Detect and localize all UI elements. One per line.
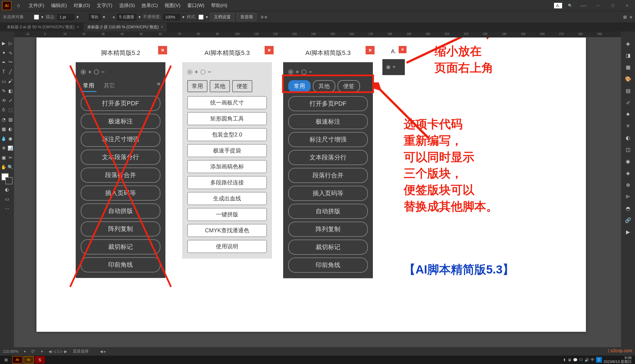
hand-tool[interactable]: ✋ xyxy=(1,164,7,170)
libraries-panel-icon[interactable]: ▦ xyxy=(622,62,634,72)
script-button[interactable]: 打开多页PDF xyxy=(288,96,368,111)
script-button[interactable]: 阵列复制 xyxy=(288,222,368,237)
script-button[interactable]: 添加画稿色标 xyxy=(187,160,267,173)
brush-select[interactable]: 5 点圆形 xyxy=(117,14,136,20)
menu-edit[interactable]: 编辑(E) xyxy=(48,1,70,10)
layout-icon[interactable]: ▭▭ xyxy=(578,1,589,10)
radio-icon[interactable] xyxy=(94,69,99,75)
script-button[interactable]: 阵列复制 xyxy=(81,221,160,237)
brush-tool[interactable]: 🖌 xyxy=(7,79,13,84)
panel53dark-close-button[interactable]: × xyxy=(366,46,375,54)
free-transform-tool[interactable]: ⬚ xyxy=(7,107,13,113)
panel53dark-tab-notes[interactable]: 便签 xyxy=(338,80,360,92)
panel52-close-button[interactable]: × xyxy=(158,46,167,54)
panel-toggle-icon[interactable]: ⊞ xyxy=(623,15,627,20)
transparency-panel-icon[interactable]: ◫ xyxy=(622,145,634,155)
screen-mode-icon[interactable]: ▭ xyxy=(1,194,13,203)
script-button[interactable]: 裁切标记 xyxy=(81,239,160,254)
pinned-mini-panel[interactable]: A. xyxy=(554,3,562,8)
tray-icon[interactable]: 🖥 xyxy=(568,358,571,362)
zoom-tool[interactable]: 🔍 xyxy=(7,164,13,170)
uniform-select[interactable]: 等比 xyxy=(89,14,101,20)
artboard-tool[interactable]: ▣ xyxy=(1,155,7,160)
menu-select[interactable]: 选择(S) xyxy=(116,1,138,10)
taskbar-app[interactable]: S xyxy=(35,356,45,363)
align-icon[interactable]: ⊩≡ xyxy=(261,15,267,20)
script-button[interactable]: 文本段落分行 xyxy=(288,150,368,165)
rectangle-tool[interactable]: ▭ xyxy=(1,79,7,84)
start-button[interactable]: ⊞ xyxy=(1,356,11,363)
doc-tab-1[interactable]: 未标题-2.ai @ 50 % (CMYK/CPU 预览)× xyxy=(3,23,83,31)
script-button[interactable]: 标注尺寸增强 xyxy=(81,132,160,147)
radio-icon[interactable] xyxy=(288,69,293,75)
tray-ime-icon[interactable]: 中 xyxy=(591,357,594,362)
lasso-tool[interactable]: ∿ xyxy=(7,50,13,55)
script-button[interactable]: 段落行合并 xyxy=(288,168,368,183)
script-button[interactable]: 多段路径连接 xyxy=(187,176,267,189)
mesh-tool[interactable]: ▦ xyxy=(1,126,7,132)
script-button[interactable]: 自动拼版 xyxy=(81,203,160,219)
width-tool[interactable]: ⫛ xyxy=(1,107,7,112)
color-picker[interactable] xyxy=(1,173,13,184)
menu-type[interactable]: 文字(T) xyxy=(94,1,115,10)
script-button[interactable]: 裁切标记 xyxy=(288,240,368,255)
symbols-panel-icon[interactable]: ♣ xyxy=(622,109,634,119)
panel52-tab-other[interactable]: 其它 xyxy=(99,80,120,92)
script-button[interactable]: 自动拼版 xyxy=(288,204,368,219)
symbol-sprayer-tool[interactable]: ✲ xyxy=(1,145,7,151)
preferences-button[interactable]: 首选项 xyxy=(237,13,257,21)
actions-panel-icon[interactable]: ▶ xyxy=(622,227,634,237)
script-button[interactable]: 标注尺寸增强 xyxy=(288,132,368,147)
panelmini-close-button[interactable]: × xyxy=(399,46,407,53)
graphic-styles-panel-icon[interactable]: ◈ xyxy=(622,168,634,178)
radio-icon[interactable] xyxy=(187,69,192,75)
script-button[interactable]: 一键拼版 xyxy=(187,208,267,221)
menu-effect[interactable]: 效果(C) xyxy=(139,1,161,10)
brushes-panel-icon[interactable]: ⬃ xyxy=(622,98,634,108)
gradient-tool[interactable]: ◐ xyxy=(7,126,13,132)
menu-help[interactable]: 帮助(H) xyxy=(208,1,230,10)
radio-icon[interactable] xyxy=(200,69,205,75)
script-button[interactable]: 极速标注 xyxy=(81,114,160,129)
fill-swatch[interactable] xyxy=(34,15,39,20)
eraser-tool[interactable]: ◧ xyxy=(7,88,13,94)
script-button[interactable]: 统一画板尺寸 xyxy=(187,96,267,109)
script-button[interactable]: 包装盒型2.0 xyxy=(187,128,267,141)
close-icon[interactable]: × xyxy=(161,25,163,29)
script-button[interactable]: 打开多页PDF xyxy=(81,96,160,111)
tray-icon[interactable]: 🛡 xyxy=(579,358,583,362)
minimize-button[interactable]: — xyxy=(592,1,604,10)
scale-tool[interactable]: ⤢ xyxy=(7,98,13,103)
tray-icon[interactable]: ⬆ xyxy=(563,358,566,362)
graph-tool[interactable]: 📊 xyxy=(7,145,13,151)
transform-panel-icon[interactable]: ⊕ xyxy=(622,180,634,190)
edit-toolbar-icon[interactable]: ⋯ xyxy=(1,204,13,213)
radio-icon[interactable] xyxy=(301,69,306,75)
panel52-tab-common[interactable]: 常用 xyxy=(81,80,96,92)
panel53light-tab-other[interactable]: 其他 xyxy=(210,80,230,92)
tray-icon[interactable]: 🔊 xyxy=(585,358,589,362)
script-button[interactable]: CMYK查找潘通色 xyxy=(187,224,267,237)
panel-menu-icon[interactable]: ≡ xyxy=(630,15,632,20)
opacity-input[interactable] xyxy=(163,14,180,20)
rotate-tool[interactable]: ⟲ xyxy=(1,98,7,103)
rotation-angle[interactable]: 0° xyxy=(31,349,35,354)
menu-view[interactable]: 视图(V) xyxy=(162,1,183,10)
close-icon[interactable]: × xyxy=(77,25,79,29)
script-button[interactable]: 插入页码等 xyxy=(288,186,368,201)
panel53light-close-button[interactable]: × xyxy=(265,46,274,54)
link-panel-icon[interactable]: 🔗 xyxy=(622,215,634,225)
swatches-panel-icon[interactable]: ▤ xyxy=(622,86,634,96)
script-button[interactable]: 印前角线 xyxy=(81,257,160,272)
script-button[interactable]: 印前角线 xyxy=(288,258,368,273)
script-button[interactable]: 插入页码等 xyxy=(81,186,160,201)
properties-panel-icon[interactable]: ◈ xyxy=(622,39,634,49)
selection-tool[interactable]: ▶ xyxy=(1,41,7,46)
type-tool[interactable]: T xyxy=(1,69,7,74)
style-swatch[interactable] xyxy=(198,15,204,20)
curvature-tool[interactable]: 〜 xyxy=(7,59,13,65)
home-icon[interactable]: ⌂ xyxy=(15,2,22,10)
script-button[interactable]: 极速手提袋 xyxy=(187,144,267,157)
tray-ime-icon[interactable]: 五 xyxy=(596,357,602,363)
panel53light-tab-notes[interactable]: 便签 xyxy=(232,80,252,92)
